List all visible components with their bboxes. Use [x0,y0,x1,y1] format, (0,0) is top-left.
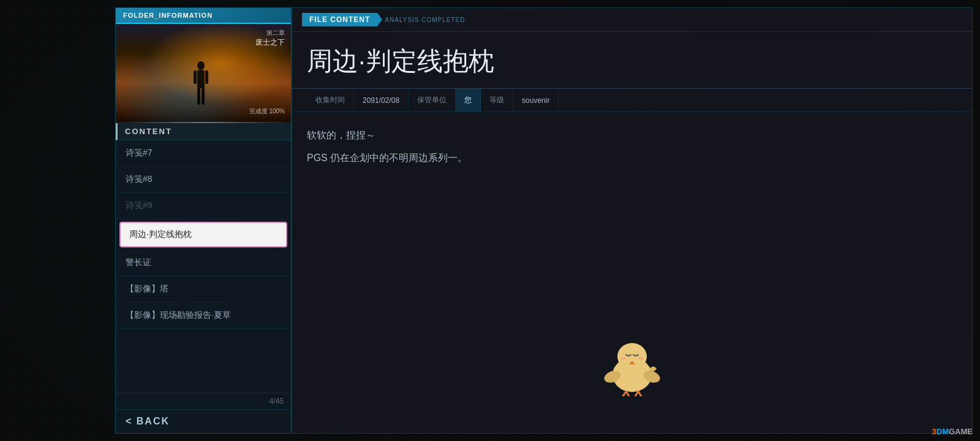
left-panel: FOLDER_INFORMATION 第二章 废士之下 完成度 100% CON… [115,7,292,434]
description: 软软的，捏捏～ PGS 仍在企划中的不明周边系列一。 [292,112,972,187]
collect-time-key: 收集时间 [307,89,354,111]
svg-rect-3 [205,70,208,84]
svg-point-8 [620,356,627,360]
svg-rect-5 [202,88,205,105]
custodian-value: 您 [456,89,481,111]
description-line-1: 软软的，捏捏～ [307,127,957,145]
selected-item-box[interactable]: 周边·判定线抱枕 [119,222,287,247]
folder-image: 第二章 废士之下 完成度 100% [116,24,291,122]
svg-rect-4 [197,88,200,105]
watermark: 3DMGAME [932,427,973,436]
description-line-2: PGS 仍在企划中的不明周边系列一。 [307,149,957,167]
grade-value: souvenir [513,90,559,111]
file-header: FILE CONTENT ANALYSIS COMPLETED. [292,8,972,32]
list-item-dimmed[interactable]: 诗笺#9 [116,193,291,219]
pagination: 4/45 [116,393,291,409]
folder-header: FOLDER_INFORMATION [116,8,291,24]
list-item[interactable]: 警长证 [116,250,291,276]
mascot-area [595,335,669,396]
analysis-status: ANALYSIS COMPLETED. [385,17,467,23]
completion-progress: 完成度 100% [249,107,285,116]
content-label: CONTENT [116,123,291,140]
list-item[interactable]: 【影像】塔 [116,276,291,303]
file-content-tab[interactable]: FILE CONTENT [302,13,377,26]
collect-time-value: 2091/02/08 [354,90,409,111]
svg-point-0 [197,61,205,70]
chapter-subtitle: 废士之下 [255,37,285,48]
svg-line-16 [638,391,641,396]
back-button[interactable]: < BACK [116,409,291,433]
custodian-key: 保管单位 [409,89,456,111]
file-content-tab-wrapper: FILE CONTENT [302,13,377,26]
svg-rect-1 [197,70,205,88]
content-list[interactable]: 诗笺#7 诗笺#8 诗笺#9 周边·判定线抱枕 警长证 【影像】塔 【影像】现场… [116,140,291,393]
main-content: FILE CONTENT ANALYSIS COMPLETED. 周边·判定线抱… [292,7,973,434]
svg-rect-2 [194,70,197,84]
svg-line-14 [626,391,629,396]
list-item[interactable]: 诗笺#7 [116,140,291,167]
metadata-bar: 收集时间 2091/02/08 保管单位 您 等级 souvenir [292,89,972,112]
grade-key: 等级 [481,89,513,111]
list-item[interactable]: 【影像】现场勘验报告·夏草 [116,303,291,329]
chapter-label: 第二章 [266,29,285,37]
item-title: 周边·判定线抱枕 [292,32,972,89]
mascot-icon [595,335,669,396]
figure-silhouette [189,61,213,110]
svg-point-9 [638,356,644,360]
svg-point-7 [617,343,647,370]
list-item-selected[interactable]: 周边·判定线抱枕 [116,222,291,247]
list-item[interactable]: 诗笺#8 [116,167,291,193]
